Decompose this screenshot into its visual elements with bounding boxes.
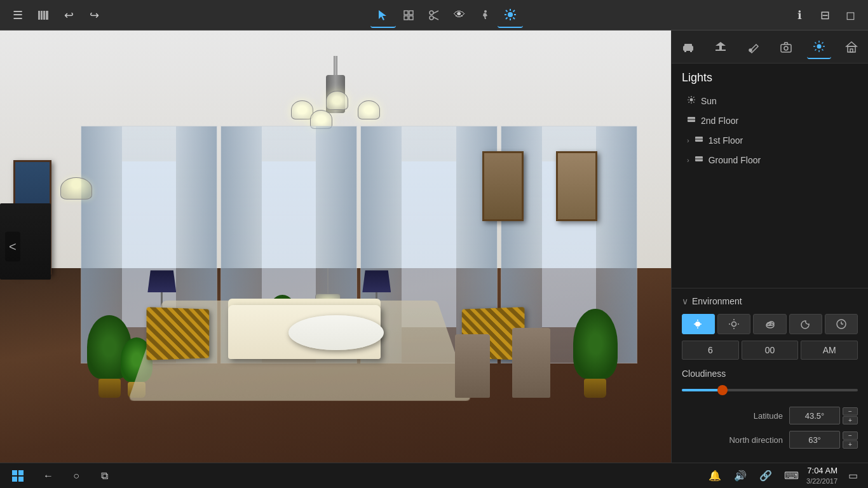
minute-input[interactable]: 00 [742,341,799,360]
svg-rect-44 [850,49,853,52]
show-desktop-btn[interactable]: ▭ [843,466,863,486]
artwork-right-1 [482,151,524,221]
viewport[interactable]: < [0,30,671,463]
svg-rect-2 [43,11,45,20]
keyboard-icon[interactable]: ⌨ [781,466,801,486]
1st-floor-light-item[interactable]: › 1st Floor [682,130,858,150]
time-display[interactable]: 7:04 AM 3/22/2017 [806,466,837,485]
svg-line-39 [822,49,823,50]
volume-icon[interactable]: 🔊 [730,466,750,486]
paint-tab[interactable] [742,35,766,59]
environment-chevron: ∨ [682,296,688,306]
cloudy-btn[interactable] [753,314,786,334]
chandelier-body [285,75,386,126]
camera-tab[interactable] [774,35,798,59]
grid-icon[interactable] [396,3,421,28]
environment-title: Environment [692,296,742,306]
svg-marker-42 [846,42,857,46]
info-icon[interactable]: ℹ [787,3,812,28]
night-btn[interactable] [789,314,822,334]
svg-point-30 [749,49,752,51]
hour-input[interactable]: 6 [682,341,739,360]
notifications-icon[interactable]: 🔔 [705,466,725,486]
north-direction-plus-btn[interactable]: + [843,440,858,449]
svg-point-45 [690,98,693,102]
environment-header[interactable]: ∨ Environment [682,296,858,306]
svg-line-22 [506,17,508,19]
structure-tab[interactable] [709,35,733,59]
walk-icon[interactable] [472,3,498,28]
sunny-btn[interactable] [717,314,750,334]
floor-light-icon-1 [695,135,703,146]
cloudiness-label: Cloudiness [682,369,858,379]
dining-chair-1 [512,328,550,398]
back-btn[interactable]: ← [38,466,58,486]
view-icon[interactable]: 👁 [447,3,472,28]
svg-rect-7 [404,16,408,20]
expand-icon[interactable]: ⊟ [812,3,837,28]
chandelier [278,56,393,126]
svg-point-60 [695,322,700,327]
period-input[interactable]: AM [801,341,858,360]
partly-cloudy-btn[interactable] [682,314,715,334]
scissors-icon[interactable] [421,3,447,28]
house-tab[interactable] [839,35,864,59]
panel-spacer [672,175,868,288]
sun-light-item[interactable]: Sun [682,91,858,111]
chandelier-chain [334,56,337,75]
latitude-plus-btn[interactable]: + [843,416,858,424]
floor-light-icon-2 [687,115,696,126]
svg-rect-3 [46,11,48,20]
wall-lamp [60,177,92,200]
menu-icon[interactable]: ☰ [5,3,31,28]
nav-arrow[interactable]: < [5,232,20,262]
north-direction-input[interactable]: 63° [789,431,840,449]
cloudiness-slider[interactable] [682,384,858,396]
north-direction-label: North direction [682,435,789,445]
lights-tab[interactable] [807,35,831,59]
floor-light-icon-ground [695,154,703,165]
cube-icon[interactable]: ◻ [837,3,863,28]
ground-floor-light-item[interactable]: › Ground Floor [682,150,858,170]
ground-floor-expand-arrow: › [687,156,689,164]
clock-btn[interactable] [825,314,858,334]
windows-logo [12,470,24,482]
svg-line-21 [513,10,515,12]
coffee-table [288,315,384,350]
cloudiness-track [682,389,858,391]
svg-rect-8 [409,16,413,20]
hanging-cord [327,268,329,294]
library-icon[interactable] [31,3,56,28]
clock-date: 3/22/2017 [806,477,837,485]
right-panel-tabs [672,30,868,64]
scene: < [0,30,671,463]
search-btn[interactable]: ○ [66,466,86,486]
svg-line-19 [506,10,508,12]
task-view-btn[interactable]: ⧉ [94,466,114,486]
north-direction-minus-btn[interactable]: − [843,431,858,440]
furniture-tab[interactable] [676,35,700,59]
svg-point-65 [732,322,736,327]
svg-rect-27 [715,50,726,51]
cloudiness-thumb[interactable] [717,385,728,395]
undo-icon[interactable]: ↩ [56,3,81,28]
plant-right [573,309,618,398]
select-icon[interactable] [370,3,396,28]
latitude-input[interactable]: 43.5° [789,407,840,424]
svg-line-52 [693,97,694,98]
sun-main-icon[interactable] [498,3,523,28]
latitude-label: Latitude [682,411,789,421]
2nd-floor-light-item[interactable]: 2nd Floor [682,111,858,130]
table-lamp-left-head [147,270,176,292]
taskbar-right: 🔔 🔊 🔗 ⌨ 7:04 AM 3/22/2017 ▭ [705,466,863,486]
start-button[interactable] [5,466,31,486]
redo-icon[interactable]: ↪ [81,3,107,28]
svg-point-33 [817,44,821,48]
latitude-minus-btn[interactable]: − [843,407,858,416]
network-icon[interactable]: 🔗 [756,466,776,486]
svg-point-9 [430,11,433,15]
chair-patterned-left [147,307,210,360]
artwork-right-2 [556,151,597,221]
taskbar: ← ○ ⧉ 🔔 🔊 🔗 ⌨ 7:04 AM 3/22/2017 ▭ [0,463,868,488]
latitude-row: Latitude 43.5° − + [682,407,858,424]
